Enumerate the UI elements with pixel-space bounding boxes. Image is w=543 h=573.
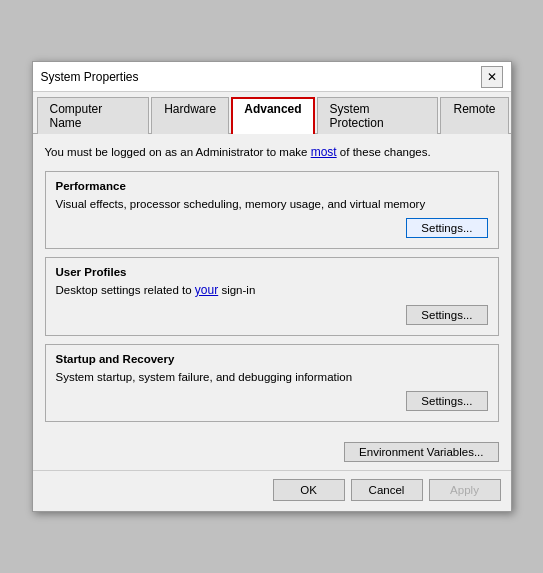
ok-button[interactable]: OK [273, 479, 345, 501]
startup-recovery-section: Startup and Recovery System startup, sys… [45, 344, 499, 422]
main-content: You must be logged on as an Administrato… [33, 134, 511, 438]
tab-system-protection[interactable]: System Protection [317, 97, 439, 134]
performance-settings-button[interactable]: Settings... [406, 218, 487, 238]
tab-remote[interactable]: Remote [440, 97, 508, 134]
performance-title: Performance [56, 180, 488, 192]
startup-recovery-description: System startup, system failure, and debu… [56, 369, 488, 385]
user-profiles-description: Desktop settings related to your sign-in [56, 282, 488, 299]
window-title: System Properties [41, 70, 139, 84]
admin-notice: You must be logged on as an Administrato… [45, 144, 499, 161]
tab-advanced[interactable]: Advanced [231, 97, 314, 134]
title-bar: System Properties ✕ [33, 62, 511, 92]
performance-footer: Settings... [56, 218, 488, 238]
startup-recovery-footer: Settings... [56, 391, 488, 411]
startup-recovery-title: Startup and Recovery [56, 353, 488, 365]
bottom-bar: OK Cancel Apply [33, 470, 511, 511]
performance-section: Performance Visual effects, processor sc… [45, 171, 499, 249]
tab-computer-name[interactable]: Computer Name [37, 97, 150, 134]
close-button[interactable]: ✕ [481, 66, 503, 88]
your-highlight: your [195, 283, 218, 297]
environment-variables-button[interactable]: Environment Variables... [344, 442, 498, 462]
user-profiles-title: User Profiles [56, 266, 488, 278]
user-profiles-settings-button[interactable]: Settings... [406, 305, 487, 325]
startup-recovery-settings-button[interactable]: Settings... [406, 391, 487, 411]
env-variables-row: Environment Variables... [33, 438, 511, 468]
tab-bar: Computer Name Hardware Advanced System P… [33, 92, 511, 134]
user-profiles-section: User Profiles Desktop settings related t… [45, 257, 499, 336]
performance-description: Visual effects, processor scheduling, me… [56, 196, 488, 212]
system-properties-dialog: System Properties ✕ Computer Name Hardwa… [32, 61, 512, 512]
cancel-button[interactable]: Cancel [351, 479, 423, 501]
apply-button[interactable]: Apply [429, 479, 501, 501]
admin-notice-highlight: most [311, 145, 337, 159]
user-profiles-footer: Settings... [56, 305, 488, 325]
tab-hardware[interactable]: Hardware [151, 97, 229, 134]
